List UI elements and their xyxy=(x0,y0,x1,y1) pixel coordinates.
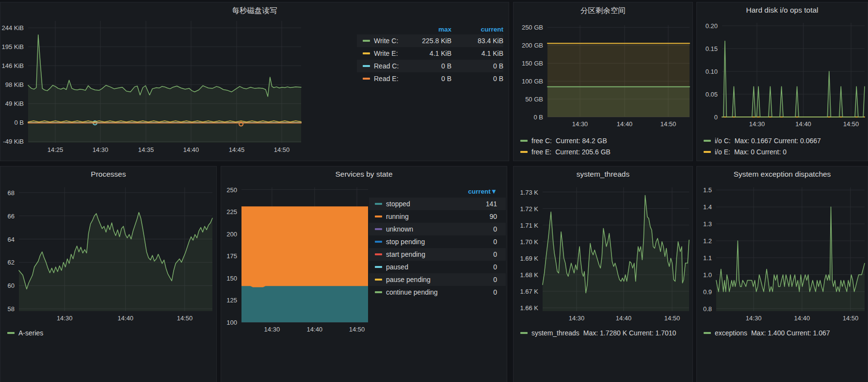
exceptions-legend: exceptionsMax: 1.400 Current: 1.067 xyxy=(704,328,830,339)
legend-header-current[interactable]: current▼ xyxy=(369,186,506,198)
exceptions-chart[interactable]: 1.51.41.31.21.11.00.90.814:3014:4014:50 xyxy=(716,187,865,311)
legend-item[interactable]: i/o C:Max: 0.1667 Current: 0.0667 xyxy=(704,135,821,147)
legend-max-value: 225.8 KiB xyxy=(414,37,451,45)
y-tick-label: 150 xyxy=(226,274,241,282)
services-chart[interactable]: 25022520017515012510014:3014:4014:50 xyxy=(241,187,368,322)
legend-row[interactable]: continue pending0 xyxy=(369,286,506,299)
legend-label: Write E: xyxy=(374,50,398,57)
y-tick-label: 1.71 K xyxy=(520,221,543,229)
legend-current-value: 0 B xyxy=(451,75,503,83)
y-tick-label: 1.3 xyxy=(703,220,716,228)
legend-label: stopped xyxy=(386,200,486,208)
processes-chart[interactable]: 68666462605814:3014:4014:50 xyxy=(19,187,212,311)
legend-label: A-series xyxy=(18,329,43,337)
x-tick-label: 14:30 xyxy=(57,315,73,322)
panel-title-free-space[interactable]: 分区剩余空间 xyxy=(514,6,692,16)
legend-item[interactable]: i/o E:Max: 0 Current: 0 xyxy=(704,147,821,158)
legend-swatch xyxy=(704,151,711,153)
processes-legend: A-series xyxy=(7,328,43,339)
legend-header-max[interactable]: max xyxy=(414,26,451,33)
threads-chart[interactable]: 1.73 K1.72 K1.71 K1.70 K1.69 K1.68 K1.67… xyxy=(543,187,689,311)
legend-label: Write C: xyxy=(374,37,398,45)
legend-header-current[interactable]: current xyxy=(451,26,503,33)
y-tick-label: 0 B xyxy=(533,114,547,121)
legend-item[interactable]: free C:Current: 84.2 GB xyxy=(520,135,611,147)
legend-value: 0 xyxy=(493,276,497,283)
legend-row[interactable]: running90 xyxy=(369,210,506,223)
y-tick-label: 1.70 K xyxy=(520,238,543,245)
panel-title-disk-rw[interactable]: 每秒磁盘读写 xyxy=(0,6,509,16)
disk-rw-chart[interactable]: 244 KiB195 KiB146 KiB98 KiB49 KiB0 B-49 … xyxy=(28,21,301,143)
legend-swatch xyxy=(704,140,711,142)
y-tick-label: 1.66 K xyxy=(520,304,543,312)
y-tick-label: 98 KiB xyxy=(5,81,28,88)
y-tick-label: 1.2 xyxy=(703,237,716,245)
legend-item[interactable]: free E:Current: 205.6 GB xyxy=(520,147,611,158)
free-space-chart[interactable]: 250 GB200 GB150 GB100 GB50 GB0 B14:3014:… xyxy=(547,25,690,117)
legend-max-value: 0 B xyxy=(414,62,451,70)
y-tick-label: 60 xyxy=(8,282,19,289)
legend-row[interactable]: stopped141 xyxy=(369,198,506,210)
x-tick-label: 14:50 xyxy=(660,120,676,128)
panel-title-processes[interactable]: Processes xyxy=(0,170,216,179)
legend-value: 90 xyxy=(489,213,497,220)
services-legend-list[interactable]: current▼stopped141running90unknown0stop … xyxy=(369,186,506,299)
y-tick-label: 68 xyxy=(8,189,19,196)
legend-row[interactable]: pause pending0 xyxy=(369,273,506,286)
legend-value: 0 xyxy=(493,250,497,258)
y-tick-label: 1.67 K xyxy=(520,288,543,295)
legend-row[interactable]: Read C:0 B0 B xyxy=(357,60,503,72)
y-tick-label: 1.4 xyxy=(703,203,716,211)
legend-label: free C: xyxy=(531,137,552,145)
panel-disk-rw: 每秒磁盘读写 244 KiB195 KiB146 KiB98 KiB49 KiB… xyxy=(0,2,509,161)
legend-label: system_threads xyxy=(531,329,579,337)
legend-swatch xyxy=(520,151,528,153)
io-ops-chart[interactable]: 0.200.150.100.05014:3014:4014:50 xyxy=(722,23,865,117)
legend-swatch xyxy=(375,266,382,268)
y-tick-label: 195 KiB xyxy=(1,43,28,50)
panel-title-threads[interactable]: system_threads xyxy=(514,170,692,179)
x-tick-label: 14:30 xyxy=(93,146,109,153)
legend-label: unknown xyxy=(386,225,493,233)
legend-value: Max: 1.7280 K Current: 1.7010 xyxy=(583,329,676,337)
legend-value: 0 xyxy=(493,225,497,233)
legend-current-value: 4.1 KiB xyxy=(451,50,503,57)
y-tick-label: 1.72 K xyxy=(520,205,543,212)
y-tick-label: 0.9 xyxy=(703,288,716,295)
io-ops-legend: i/o C:Max: 0.1667 Current: 0.0667i/o E:M… xyxy=(704,135,821,158)
legend-row[interactable]: start pending0 xyxy=(369,248,506,261)
legend-current-value: 0 B xyxy=(451,62,503,70)
legend-item[interactable]: system_threadsMax: 1.7280 K Current: 1.7… xyxy=(520,328,676,339)
legend-label: start pending xyxy=(386,250,493,258)
panel-io-ops: Hard disk i/o ops total 0.200.150.100.05… xyxy=(696,2,868,161)
legend-row[interactable]: Write E:4.1 KiB4.1 KiB xyxy=(357,47,503,60)
legend-row[interactable]: stop pending0 xyxy=(369,235,506,248)
legend-swatch xyxy=(363,40,370,42)
x-tick-label: 14:50 xyxy=(664,315,680,322)
x-tick-label: 14:35 xyxy=(138,146,154,153)
legend-swatch xyxy=(7,332,15,334)
legend-value: Max: 1.400 Current: 1.067 xyxy=(751,329,830,337)
legend-row[interactable]: unknown0 xyxy=(369,223,506,235)
panel-title-exceptions[interactable]: System exception dispatches xyxy=(697,170,868,179)
legend-row[interactable]: Write C:225.8 KiB83.4 KiB xyxy=(357,34,503,47)
legend-row[interactable]: paused0 xyxy=(369,261,506,273)
y-tick-label: 49 KiB xyxy=(5,100,28,107)
panel-title-services[interactable]: Services by state xyxy=(221,170,507,179)
y-tick-label: 1.1 xyxy=(703,254,716,262)
panel-processes: Processes 68666462605814:3014:4014:50 A-… xyxy=(0,166,217,382)
legend-swatch xyxy=(704,332,711,334)
y-tick-label: 66 xyxy=(8,212,19,219)
legend-row[interactable]: Read E:0 B0 B xyxy=(357,72,503,85)
legend-item[interactable]: A-series xyxy=(7,328,43,339)
legend-item[interactable]: exceptionsMax: 1.400 Current: 1.067 xyxy=(704,328,830,339)
legend-swatch xyxy=(375,228,382,230)
x-tick-label: 14:50 xyxy=(843,120,859,128)
x-tick-label: 14:40 xyxy=(794,315,810,322)
y-tick-label: 200 xyxy=(226,230,241,237)
panel-title-io-ops[interactable]: Hard disk i/o ops total xyxy=(697,6,868,15)
disk-rw-legend-table[interactable]: maxcurrentWrite C:225.8 KiB83.4 KiBWrite… xyxy=(357,24,503,85)
x-tick-label: 14:40 xyxy=(617,120,633,128)
legend-swatch xyxy=(363,52,370,54)
y-tick-label: 250 xyxy=(226,186,241,193)
